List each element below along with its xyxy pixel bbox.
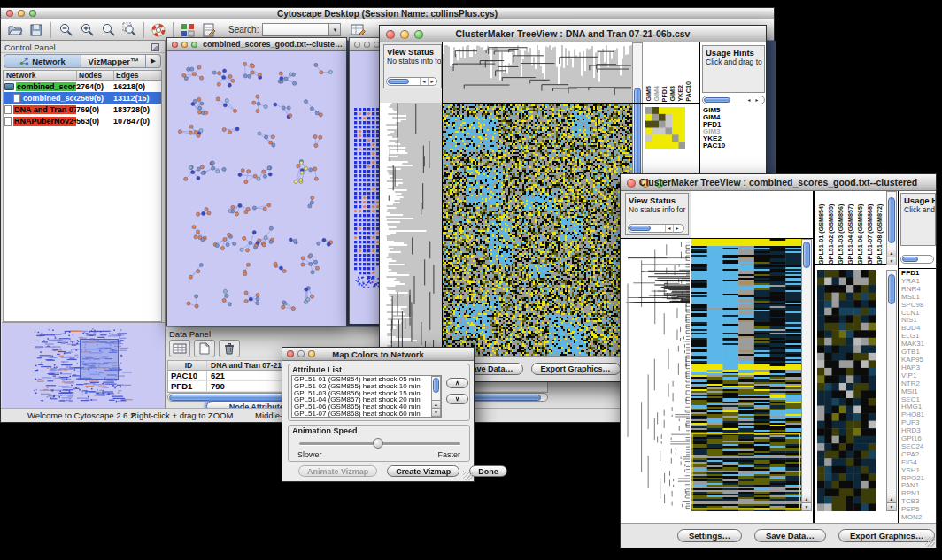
tv2-column-label[interactable]: GPL51-02 (GSM855) [827, 192, 837, 265]
column-header-nodes[interactable]: Nodes [77, 71, 114, 80]
attribute-list-item[interactable]: GPL51-07 (GSM868) heat shock 60 min [292, 410, 441, 418]
down-arrow-icon[interactable]: ▼ [432, 408, 440, 416]
dialog-button[interactable]: Done [469, 465, 507, 477]
tv2-action-button[interactable]: Settings… [677, 529, 742, 542]
search-dropdown-button[interactable]: ▼ [329, 23, 341, 36]
down-arrow-icon[interactable]: ▼ [802, 502, 811, 510]
resize-grip[interactable] [463, 471, 473, 480]
tv2-view-status-text: No status info for [626, 205, 688, 214]
right-arrow-icon[interactable]: ► [673, 225, 681, 232]
tv2-column-label[interactable]: GPL51-04 (GSM857) [846, 192, 856, 265]
network-canvas[interactable] [167, 51, 346, 326]
attr-column-id[interactable]: ID [168, 361, 207, 370]
tv2-usage-hints-box: Usage Hints Click and drag [900, 193, 936, 246]
tv2-action-button[interactable]: Export Graphics… [838, 529, 935, 542]
network-view-title-bar[interactable]: combined_scores_good.txt--cluste… [167, 38, 346, 51]
network-edges-count: 183728(0) [113, 105, 161, 114]
left-arrow-icon[interactable]: ◄ [420, 78, 428, 85]
network-row[interactable]: combined_scores 2764(0) 16218(0) [4, 81, 161, 92]
tv1-hints-scrollbar[interactable]: ◄► [702, 96, 765, 104]
tv1-column-label[interactable]: GIM4 [652, 86, 660, 102]
network-row[interactable]: DNA and Tran 07 769(0) 183728(0) [4, 104, 161, 115]
zoom-fit-button[interactable] [97, 20, 119, 40]
tv1-action-button[interactable]: Export Graphics… [531, 363, 621, 375]
network-view-window: combined_scores_good.txt--cluste… [166, 37, 347, 326]
treeview2-title-bar[interactable]: ClusterMaker TreeView : combined_scores_… [621, 174, 936, 191]
delete-attribute-trash-icon[interactable] [219, 340, 240, 357]
toolbar-separator [143, 22, 144, 38]
minimize-button[interactable] [364, 42, 370, 48]
open-file-button[interactable] [4, 20, 26, 40]
speed-slider-thumb[interactable] [373, 438, 383, 449]
close-button[interactable] [354, 42, 360, 48]
tv1-column-label[interactable]: GIM3 [668, 86, 676, 102]
tv2-action-button[interactable]: Save Data… [754, 529, 826, 542]
tv2-heatmap-vscrollbar[interactable]: ▲ ▼ [801, 239, 812, 511]
search-input[interactable] [262, 23, 329, 36]
tv1-column-dendrogram[interactable] [443, 42, 632, 103]
dialog-button[interactable]: Animate Vizmap [298, 465, 377, 477]
tv2-zoom-scrollbar[interactable]: ▲ ▼ [886, 270, 897, 511]
tv2-zoom-heatmap[interactable] [817, 270, 876, 511]
down-arrow-icon[interactable]: ▼ [887, 502, 896, 510]
up-arrow-icon[interactable]: ▲ [432, 400, 440, 408]
zoom-selected-button[interactable] [119, 20, 140, 40]
right-arrow-icon[interactable]: ► [428, 78, 436, 85]
tv1-status-scrollbar[interactable]: ◄► [386, 77, 437, 86]
tv2-column-label[interactable]: GPL51-08 (GSM872) [876, 192, 885, 265]
tv2-row-dendrogram[interactable] [622, 239, 690, 511]
attribute-list[interactable]: GPL51-01 (GSM854) heat shock 05 minGPL51… [291, 375, 442, 418]
tv2-status-scrollbar[interactable]: ◄► [628, 224, 684, 233]
gene-label[interactable]: MON2 [901, 514, 936, 522]
dialog-button[interactable]: Create Vizmap [387, 465, 459, 477]
network-item-icon [4, 83, 14, 90]
attribute-select-table-icon[interactable] [169, 340, 190, 357]
tv2-column-label[interactable]: GPL51-03 (GSM856) [837, 192, 846, 265]
tab-vizmapper[interactable]: VizMapper™ [81, 54, 146, 68]
tv2-column-label[interactable]: GPL51-01 (GSM854) [817, 192, 827, 265]
tv1-column-label[interactable]: YKE2 [676, 85, 684, 102]
left-arrow-icon[interactable]: ◄ [745, 96, 753, 104]
tv2-labels-scrollbar[interactable]: ▲ ▼ [886, 191, 897, 265]
treeview1-title-bar[interactable]: ClusterMaker TreeView : DNA and Tran 07-… [380, 26, 766, 42]
float-panel-icon[interactable] [151, 43, 159, 51]
resize-grip[interactable] [925, 537, 935, 547]
network-row[interactable]: combined_sco 2569(6) 13112(15) [4, 92, 161, 104]
tv2-column-label[interactable]: GPL51-07 (GSM868) [866, 192, 876, 265]
tv2-column-label[interactable]: GPL51-06 (GSM865) [856, 192, 866, 265]
move-down-button[interactable]: ∨ [446, 394, 468, 404]
attribute-list-scrollbar[interactable]: ▲ ▼ [431, 376, 441, 417]
slower-label: Slower [297, 450, 322, 459]
zoom-in-button[interactable] [76, 20, 97, 40]
map-dialog-title-bar[interactable]: Map Colors to Network [282, 348, 474, 361]
up-arrow-icon[interactable]: ▲ [887, 249, 896, 257]
tv2-hints-scrollbar[interactable] [900, 255, 934, 264]
network-row[interactable]: RNAPuberNov2+I 563(0) 107847(0) [4, 115, 161, 127]
main-window-title: Cytoscape Desktop (Session Name: collins… [1, 9, 774, 19]
save-session-button[interactable] [26, 20, 47, 40]
right-arrow-icon[interactable]: ► [753, 96, 761, 104]
attr-row-id: PAC10 [168, 371, 207, 380]
zoom-out-button[interactable] [55, 20, 76, 40]
tv1-heatmap[interactable] [443, 103, 632, 356]
column-header-network[interactable]: Network [4, 71, 77, 80]
tv2-heatmap[interactable] [691, 239, 801, 511]
tv1-column-label[interactable]: PFD1 [660, 86, 668, 102]
up-arrow-icon[interactable]: ▲ [802, 495, 811, 502]
tv1-similarity-matrix[interactable] [645, 107, 685, 149]
new-attribute-page-icon[interactable] [194, 340, 215, 357]
tv1-column-label[interactable]: GIM5 [645, 86, 652, 102]
move-up-button[interactable]: ∧ [446, 378, 468, 388]
up-arrow-icon[interactable]: ▲ [887, 495, 896, 502]
column-header-edges[interactable]: Edges [114, 71, 161, 80]
main-title-bar[interactable]: Cytoscape Desktop (Session Name: collins… [1, 8, 774, 19]
down-arrow-icon[interactable]: ▼ [887, 257, 896, 265]
tab-overflow-button[interactable]: ▶ [146, 54, 161, 68]
network-edges-count: 107847(0) [113, 117, 161, 126]
network-overview-canvas[interactable] [2, 323, 165, 408]
tv1-row-dendrogram[interactable] [383, 103, 442, 356]
tv1-row-label[interactable]: PAC10 [703, 142, 765, 150]
left-arrow-icon[interactable]: ◄ [665, 225, 673, 232]
tab-network[interactable]: Network [4, 54, 81, 68]
tv1-column-label[interactable]: PAC10 [684, 81, 692, 102]
